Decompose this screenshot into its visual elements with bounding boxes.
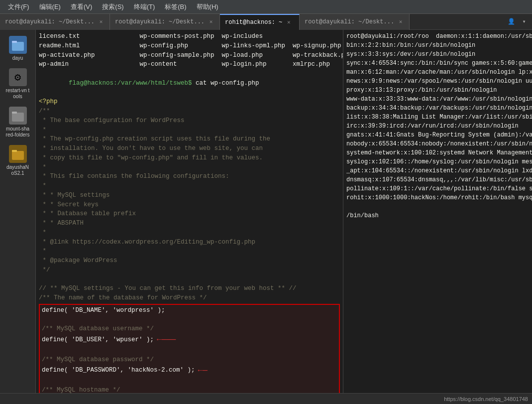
- term-line: * installation. You don't have to use th…: [39, 144, 340, 153]
- term-line: systemd-network:x:100:102:systemd Networ…: [346, 148, 529, 157]
- term-line: *: [39, 247, 340, 256]
- db-name-line: define( 'DB_NAME', 'wordpress' );: [42, 306, 337, 315]
- terminal-right[interactable]: root@dayukali:/root/roo daemon:x:1:1:dae…: [343, 30, 532, 393]
- menu-view[interactable]: 查看(V): [67, 1, 96, 12]
- term-line: bin:x:2:2:bin:/bin:/usr/sbin/nologin: [346, 41, 529, 50]
- svg-rect-5: [12, 150, 17, 152]
- menubar: 文件(F) 编辑(E) 查看(V) 搜索(S) 终端(T) 标签(B) 帮助(H…: [0, 0, 532, 14]
- menu-edit[interactable]: 编辑(E): [35, 1, 65, 12]
- term-line: news:x:9:9:news:/var/spool/news:/usr/sbi…: [346, 77, 529, 86]
- term-prompt: flag@hacknos:/var/www/html/tsweb$ cat wp…: [39, 69, 340, 97]
- highlight-box: define( 'DB_NAME', 'wordpress' ); /** My…: [39, 304, 340, 393]
- arrow-user: ←———: [157, 334, 176, 346]
- tab-2[interactable]: root@dayukali: ~/Deskt... ✕: [110, 14, 220, 30]
- term-line: [42, 377, 337, 386]
- term-line: /** The name of the database for WordPre…: [39, 293, 340, 303]
- sidebar-icon-dayu-label: dayu: [12, 55, 23, 61]
- svg-rect-0: [12, 42, 24, 51]
- term-line: wp-admin wp-content wp-login.php xmlrpc.…: [39, 60, 340, 69]
- sidebar-icon-dayushare[interactable]: dayushaNoS2.1: [4, 143, 32, 178]
- svg-rect-2: [12, 113, 24, 122]
- tab-3-label: rohit@hacknos: ~: [225, 19, 282, 26]
- terminal-wrapper: license.txt wp-comments-post.php wp-incl…: [36, 30, 532, 393]
- svg-rect-3: [12, 112, 17, 114]
- term-line: * @link https://codex.wordpress.org/Edit…: [39, 238, 340, 247]
- term-line: <?php: [39, 97, 340, 107]
- terminal-left[interactable]: license.txt wp-comments-post.php wp-incl…: [36, 30, 343, 393]
- term-line: readme.html wp-config.php wp-links-opml.…: [39, 41, 340, 51]
- rohit-line: rohit:x:1000:1000:hackNos:/home/rohit:/b…: [346, 193, 529, 202]
- main-area: dayu ⚙ restart-vn tools mount-shared-fol…: [0, 30, 532, 393]
- sidebar-icon-mount[interactable]: mount-shared-folders: [4, 105, 32, 140]
- term-line: syslog:x:102:106::/home/syslog:/usr/sbin…: [346, 157, 529, 166]
- tab-4[interactable]: root@dayukali: ~/Deskt... ✕: [300, 14, 410, 30]
- term-line: * * Database table prefix: [39, 209, 340, 219]
- tab-controls: 👤 ▾: [505, 16, 532, 28]
- term-line: license.txt wp-comments-post.php wp-incl…: [39, 32, 340, 41]
- tab-1-close[interactable]: ✕: [98, 18, 105, 25]
- term-line: *: [39, 126, 340, 135]
- term-line: * The wp-config.php creation script uses…: [39, 135, 340, 144]
- sidebar-icon-restart[interactable]: ⚙ restart-vn tools: [4, 66, 32, 102]
- term-line: * The base configuration for WordPress: [39, 116, 340, 126]
- term-line: /** MySQL database password */: [42, 355, 337, 365]
- term-line: pollinate:x:109:1::/var/cache/pollinate:…: [346, 184, 529, 193]
- term-line: [42, 315, 337, 325]
- menu-tabs[interactable]: 标签(B): [161, 1, 190, 12]
- sidebar: dayu ⚙ restart-vn tools mount-shared-fol…: [0, 30, 36, 393]
- term-line: // ** MySQL settings - You can get this …: [39, 284, 340, 293]
- term-line: [42, 346, 337, 355]
- term-line: * * Secret keys: [39, 200, 340, 210]
- term-line: *: [39, 228, 340, 238]
- term-line: /**: [39, 107, 340, 116]
- term-line: dnsmasq:x:107:65534:dnsmasq,,,:/var/lib/…: [346, 175, 529, 184]
- menu-search[interactable]: 搜索(S): [98, 1, 127, 12]
- sidebar-icon-mount-label: mount-shared-folders: [6, 126, 30, 138]
- term-line: *: [39, 181, 340, 191]
- term-line: gnats:x:41:41:Gnats Bug-Reporting System…: [346, 131, 529, 139]
- menu-file[interactable]: 文件(F): [4, 1, 33, 12]
- db-password-line: define( 'DB_PASSWORD', 'hackNos-2.com' )…: [42, 365, 337, 377]
- term-line: * copy this file to "wp-config.php" and …: [39, 153, 340, 163]
- svg-rect-4: [12, 151, 24, 160]
- term-line: irc:x:39:39:ircd:/var/run/ircd:/usr/sbin…: [346, 122, 529, 131]
- term-line: * @package WordPress: [39, 256, 340, 266]
- term-line: /** MySQL database username */: [42, 324, 337, 334]
- menu-terminal[interactable]: 终端(T): [130, 1, 159, 12]
- sidebar-icon-dayu[interactable]: dayu: [4, 34, 32, 63]
- svg-rect-1: [12, 41, 17, 43]
- tab-4-close[interactable]: ✕: [397, 18, 404, 25]
- term-line: * This file contains the following confi…: [39, 172, 340, 181]
- term-line: *: [39, 163, 340, 172]
- tab-1-label: root@dayukali: ~/Deskt...: [5, 18, 95, 25]
- term-line: list:x:38:38:Mailing List Manager:/var/l…: [346, 113, 529, 122]
- menu-help[interactable]: 帮助(H): [193, 1, 222, 12]
- tab-4-label: root@dayukali: ~/Deskt...: [305, 18, 394, 25]
- term-line: wp-activate.php wp-config-sample.php wp-…: [39, 51, 340, 60]
- statusbar: https://blog.csdn.net/qq_34801748: [0, 393, 532, 404]
- tab-2-close[interactable]: ✕: [208, 18, 214, 25]
- term-line: www-data:x:33:33:www-data:/var/www:/usr/…: [346, 95, 529, 104]
- db-user-line: define( 'DB_USER', 'wpuser' ); ←———: [42, 334, 337, 346]
- term-line: backup:x:34:34:backup:/var/backups:/usr/…: [346, 104, 529, 113]
- term-line: nobody:x:65534:65534:nobody:/nonexistent…: [346, 139, 529, 148]
- tab-new-button[interactable]: 👤: [505, 16, 517, 28]
- term-line: sync:x:4:65534:sync:/bin:/bin/sync games…: [346, 59, 529, 68]
- tab-3-close[interactable]: ✕: [285, 19, 292, 26]
- term-line: proxy:x:13:13:proxy:/bin:/usr/sbin/nolog…: [346, 86, 529, 95]
- term-line: sys:x:3:3:sys:/dev:/usr/sbin/nologin: [346, 50, 529, 59]
- term-line: man:x:6:12:man:/var/cache/man:/usr/sbin/…: [346, 68, 529, 77]
- term-line: [346, 202, 529, 211]
- term-line: root@dayukali:/root/roo daemon:x:1:1:dae…: [346, 32, 529, 41]
- term-line: * * ABSPATH: [39, 219, 340, 228]
- tab-3[interactable]: rohit@hacknos: ~ ✕: [220, 14, 300, 30]
- arrow-password: ←—: [198, 365, 208, 377]
- term-line: */: [39, 266, 340, 275]
- statusbar-text: https://blog.csdn.net/qq_34801748: [444, 396, 528, 402]
- tab-1[interactable]: root@dayukali: ~/Deskt... ✕: [0, 14, 110, 30]
- term-line: * * MySQL settings: [39, 191, 340, 200]
- term-line: /** MySQL hostname */: [42, 386, 337, 393]
- term-line: /bin/bash: [346, 211, 529, 220]
- tab-2-label: root@dayukali: ~/Deskt...: [115, 18, 205, 25]
- tab-dropdown-button[interactable]: ▾: [518, 16, 530, 28]
